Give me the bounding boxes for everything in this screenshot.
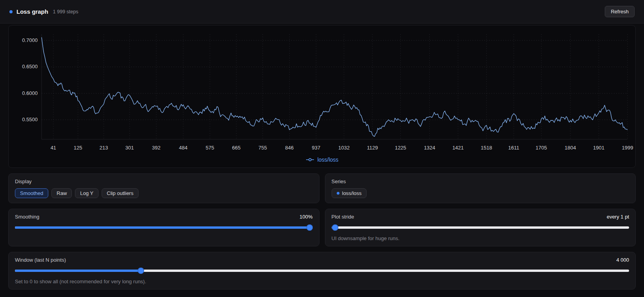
svg-text:1518: 1518	[481, 145, 492, 151]
series-panel-label: Series	[332, 179, 629, 184]
series-panel: Series loss/loss	[325, 173, 636, 203]
series-chip-label: loss/loss	[342, 190, 362, 196]
plot-stride-slider[interactable]	[332, 224, 629, 231]
svg-text:1611: 1611	[508, 145, 519, 151]
svg-text:0.5500: 0.5500	[22, 117, 38, 122]
display-panel-label: Display	[15, 179, 313, 184]
header: Loss graph 1 999 steps Refresh	[0, 0, 644, 24]
svg-text:755: 755	[259, 145, 267, 151]
svg-text:1225: 1225	[395, 145, 406, 151]
smoothing-slider[interactable]	[15, 224, 313, 231]
legend-series-label: loss/loss	[317, 157, 339, 163]
plot-stride-value: every 1 pt	[607, 214, 629, 220]
smoothing-label: Smoothing	[15, 214, 39, 220]
svg-text:1705: 1705	[536, 145, 547, 151]
smoothing-slider-fill	[15, 226, 310, 229]
loss-chart[interactable]: 0.55000.60000.65000.70004112521330139248…	[9, 29, 635, 155]
svg-text:484: 484	[179, 145, 188, 151]
svg-text:937: 937	[312, 145, 321, 151]
plot-stride-slider-track[interactable]	[332, 226, 629, 229]
window-slider-fill	[15, 270, 141, 272]
refresh-button[interactable]: Refresh	[605, 6, 635, 17]
svg-text:1324: 1324	[424, 145, 435, 151]
window-caption: Set to 0 to show all (not recommended fo…	[15, 279, 629, 284]
window-slider-thumb[interactable]	[138, 268, 144, 274]
window-label: Window (last N points)	[15, 257, 66, 263]
svg-text:41: 41	[51, 145, 56, 151]
display-panel: Display Smoothed Raw Log Y Clip outliers	[8, 173, 319, 203]
svg-text:0.6000: 0.6000	[22, 90, 38, 96]
svg-text:846: 846	[285, 145, 294, 151]
svg-text:213: 213	[100, 145, 108, 151]
smoothing-value: 100%	[299, 214, 312, 220]
svg-text:0.7000: 0.7000	[22, 37, 38, 43]
display-button-row: Smoothed Raw Log Y Clip outliers	[15, 188, 313, 198]
plot-stride-panel: Plot stride every 1 pt UI downsample for…	[325, 209, 636, 246]
loss-chart-panel: 0.55000.60000.65000.70004112521330139248…	[8, 25, 636, 168]
steps-count: 1 999 steps	[53, 9, 78, 15]
svg-text:1032: 1032	[338, 145, 350, 151]
status-dot-icon	[9, 10, 13, 13]
plot-stride-slider-thumb[interactable]	[332, 224, 338, 231]
window-value: 4 000	[616, 257, 629, 263]
clip-outliers-button[interactable]: Clip outliers	[102, 188, 139, 198]
window-panel: Window (last N points) 4 000 Set to 0 to…	[8, 252, 636, 290]
svg-text:125: 125	[74, 145, 82, 151]
smoothed-button[interactable]: Smoothed	[15, 188, 48, 198]
svg-text:575: 575	[206, 145, 214, 151]
series-dot-icon	[337, 192, 339, 195]
page-title: Loss graph	[16, 8, 48, 15]
plot-stride-caption: UI downsample for huge runs.	[332, 235, 629, 241]
svg-text:392: 392	[152, 145, 161, 151]
raw-button[interactable]: Raw	[51, 188, 72, 198]
smoothing-slider-thumb[interactable]	[306, 224, 313, 231]
svg-text:1129: 1129	[367, 145, 378, 151]
chart-legend[interactable]: loss/loss	[9, 157, 635, 163]
plot-stride-label: Plot stride	[332, 214, 354, 220]
controls-grid: Display Smoothed Raw Log Y Clip outliers…	[8, 173, 636, 246]
svg-text:1804: 1804	[565, 145, 576, 151]
smoothing-panel: Smoothing 100%	[8, 209, 319, 246]
loss-series-marker-icon	[306, 158, 314, 162]
svg-text:665: 665	[232, 145, 241, 151]
series-chip[interactable]: loss/loss	[332, 188, 367, 198]
log-y-button[interactable]: Log Y	[75, 188, 99, 198]
svg-text:301: 301	[125, 145, 134, 151]
svg-text:1901: 1901	[593, 145, 604, 151]
svg-text:1421: 1421	[452, 145, 464, 151]
svg-text:0.6500: 0.6500	[22, 64, 38, 69]
window-slider[interactable]	[15, 268, 629, 274]
svg-text:1999: 1999	[622, 145, 633, 151]
content: 0.55000.60000.65000.70004112521330139248…	[0, 24, 644, 290]
